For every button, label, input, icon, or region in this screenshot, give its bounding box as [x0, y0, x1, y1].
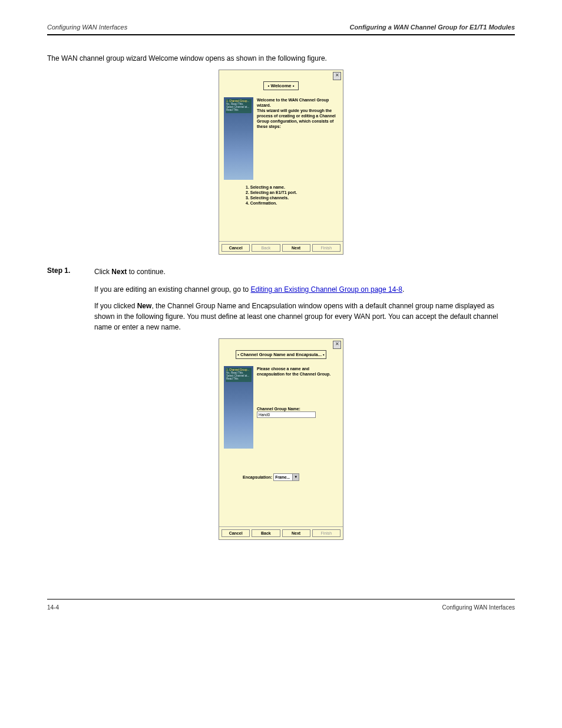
dialog-title: • Welcome • [263, 81, 298, 90]
header-left: Configuring WAN Interfaces [47, 24, 127, 31]
header-right: Configuring a WAN Channel Group for E1/T… [350, 24, 515, 31]
cancel-button[interactable]: Cancel [222, 529, 250, 537]
wizard-sidebar-image: 1. Channel Group... Ns. Read This Select… [224, 97, 253, 180]
back-button[interactable]: Back [252, 529, 280, 537]
finish-button: Finish [312, 244, 340, 252]
page-header: Configuring WAN Interfaces Configuring a… [47, 24, 515, 31]
wizard-name-dialog: ✕ • Channel Group Name and Encapsula... … [219, 338, 343, 540]
footer-title: Configuring WAN Interfaces [442, 604, 515, 611]
para-link: If you are editing an existing channel g… [94, 284, 515, 295]
wizard-sidebar-image: 1. Channel Group... Ns. Read This Select… [224, 366, 253, 449]
header-rule [47, 34, 515, 35]
dialog-steps: 1. Selecting a name. 2. Selecting an E1/… [219, 182, 343, 208]
dialog-intro-text: Welcome to the WAN Channel Group wizard.… [257, 97, 338, 180]
step-1: Step 1. Click Next to continue. [47, 266, 515, 277]
step-text: Click Next to continue. [94, 266, 166, 277]
wizard-welcome-dialog: ✕ • Welcome • 1. Channel Group... Ns. Re… [219, 70, 343, 255]
page-footer: 14-4 Configuring WAN Interfaces [47, 604, 515, 611]
page-number: 14-4 [47, 604, 59, 611]
dialog-title: • Channel Group Name and Encapsula... • [236, 350, 326, 359]
edit-channel-link[interactable]: Editing an Existing Channel Group on pag… [251, 285, 403, 294]
step-label: Step 1. [47, 266, 94, 275]
para-new: If you clicked New, the Channel Group Na… [94, 301, 515, 332]
dialog-intro-text: Please choose a name and encapsulation f… [257, 366, 338, 449]
encapsulation-label: Encapsulation: [243, 475, 272, 479]
close-icon[interactable]: ✕ [333, 72, 341, 80]
channel-name-input[interactable] [257, 411, 316, 418]
footer-rule [47, 599, 515, 599]
close-icon[interactable]: ✕ [333, 341, 341, 349]
para-welcome-intro: The WAN channel group wizard Welcome win… [47, 53, 515, 64]
chevron-down-icon: ▼ [292, 474, 299, 480]
encapsulation-select[interactable]: Frame... ▼ [273, 473, 299, 481]
channel-name-label: Channel Group Name: [257, 406, 338, 411]
back-button: Back [252, 244, 280, 252]
next-button[interactable]: Next [282, 244, 310, 252]
cancel-button[interactable]: Cancel [222, 244, 250, 252]
next-button[interactable]: Next [282, 529, 310, 537]
finish-button: Finish [312, 529, 340, 537]
